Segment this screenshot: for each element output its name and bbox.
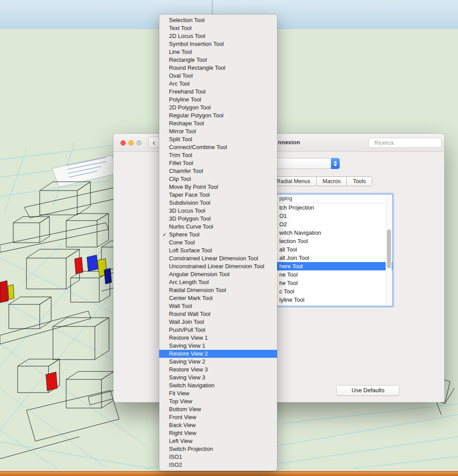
menu-item-label: Move By Point Tool: [169, 183, 277, 191]
menu-item[interactable]: ✓ Fit View: [159, 390, 277, 397]
menu-item-label: Fit View: [169, 390, 277, 397]
search-field[interactable]: [368, 138, 442, 148]
menu-item[interactable]: ✓ Center Mark Tool: [159, 294, 277, 302]
menu-item[interactable]: ✓ Restore View 2: [159, 350, 277, 358]
menu-item-label: Top View: [169, 397, 277, 405]
menu-item[interactable]: ✓ Round Wall Tool: [159, 310, 277, 318]
tool-list-row-label: here Tool: [279, 263, 303, 270]
menu-item-label: Wall Join Tool: [169, 318, 277, 326]
minimize-button[interactable]: [128, 140, 134, 146]
menu-item[interactable]: ✓ Connect/Combine Tool: [159, 143, 277, 151]
menu-item[interactable]: ✓ ISO2: [159, 461, 277, 469]
menu-item[interactable]: ✓ Bottom View: [159, 405, 277, 413]
screen: ‹ nnexion Radial Menus Macros: [0, 0, 458, 476]
tool-list-row-label: all Join Tool: [279, 255, 309, 261]
menu-item[interactable]: ✓ Trim Tool: [159, 151, 277, 159]
menu-item-label: Selection Tool: [169, 16, 277, 24]
window-title: nnexion: [278, 139, 300, 146]
menu-item-label: Sphere Tool: [169, 231, 277, 239]
menu-item-label: Round Rectangle Tool: [169, 64, 277, 72]
menu-item[interactable]: ✓ Front View: [159, 413, 277, 421]
menu-item[interactable]: ✓ Left View: [159, 437, 277, 445]
zoom-button-disabled: [136, 140, 142, 146]
search-input[interactable]: [373, 139, 444, 146]
scrollbar[interactable]: [386, 195, 392, 306]
menu-item-label: Restore View 1: [169, 334, 277, 342]
menu-item[interactable]: ✓ Saving View 2: [159, 358, 277, 366]
tools-popup-menu: ✓ Selection Tool ✓ Text Tool ✓ 2D Locus …: [159, 15, 277, 471]
menu-item[interactable]: ✓ Arc Tool: [159, 80, 277, 88]
menu-item-label: Oval Tool: [169, 72, 277, 80]
menu-item[interactable]: ✓ Line Tool: [159, 48, 277, 56]
menu-item-label: Rectangle Tool: [169, 56, 277, 64]
menu-item[interactable]: ✓ Selection Tool: [159, 16, 277, 24]
menu-item[interactable]: ✓ Chamfer Tool: [159, 167, 277, 175]
menu-item[interactable]: ✓ Mirror Tool: [159, 127, 277, 135]
menu-item-label: Reshape Tool: [169, 120, 277, 127]
menu-item[interactable]: ✓ Sphere Tool: [159, 231, 277, 239]
menu-item[interactable]: ✓ Oval Tool: [159, 72, 277, 80]
menu-item-label: Trim Tool: [169, 151, 277, 159]
menu-item[interactable]: ✓ 2D Locus Tool: [159, 32, 277, 40]
menu-item[interactable]: ✓ Angular Dimension Tool: [159, 270, 277, 278]
menu-item[interactable]: ✓ Wall Tool: [159, 302, 277, 310]
menu-item[interactable]: ✓ Subdivision Tool: [159, 199, 277, 207]
menu-item[interactable]: ✓ Restore View 3: [159, 366, 277, 374]
menu-item-label: Round Wall Tool: [169, 310, 277, 318]
menu-item-label: 3D Polygon Tool: [169, 215, 277, 223]
menu-item[interactable]: ✓ Regular Polygon Tool: [159, 112, 277, 120]
menu-item[interactable]: ✓ Saving View 3: [159, 374, 277, 382]
menu-item-label: 2D Locus Tool: [169, 32, 277, 40]
tab-label: Radial Menus: [277, 178, 310, 184]
menu-item[interactable]: ✓ Raidal Dimension Tool: [159, 286, 277, 294]
tab[interactable]: Macros: [316, 177, 346, 186]
close-button[interactable]: [120, 140, 126, 146]
menu-item[interactable]: ✓ Reshape Tool: [159, 120, 277, 127]
menu-item-label: Text Tool: [169, 24, 277, 32]
menu-item[interactable]: ✓ Back View: [159, 421, 277, 429]
menu-item[interactable]: ✓ 2D Polygon Tool: [159, 104, 277, 112]
bottom-orange-bar: [0, 471, 458, 476]
menu-item[interactable]: ✓ ISO1: [159, 453, 277, 461]
menu-item[interactable]: ✓ Saving View 1: [159, 342, 277, 350]
menu-item[interactable]: ✓ Round Rectangle Tool: [159, 64, 277, 72]
menu-item[interactable]: ✓ Push/Pull Tool: [159, 326, 277, 334]
menu-item[interactable]: ✓ Switch Projection: [159, 445, 277, 453]
menu-item[interactable]: ✓ Symbol Insertion Tool: [159, 40, 277, 48]
menu-item[interactable]: ✓ Restore View 1: [159, 334, 277, 342]
menu-item[interactable]: ✓ Constrained Linear Dimension Tool: [159, 255, 277, 262]
scrollbar-thumb[interactable]: [387, 229, 391, 268]
tab-label: Tools: [353, 178, 366, 184]
menu-item[interactable]: ✓ Move By Point Tool: [159, 183, 277, 191]
menu-item[interactable]: ✓ 3D Locus Tool: [159, 207, 277, 215]
menu-item-label: Raidal Dimension Tool: [169, 286, 277, 294]
menu-item[interactable]: ✓ Cone Tool: [159, 239, 277, 247]
checkmark-icon: ✓: [159, 231, 169, 239]
menu-item[interactable]: ✓ Right View: [159, 429, 277, 437]
menu-item[interactable]: ✓ 3D Polygon Tool: [159, 215, 277, 223]
menu-item[interactable]: ✓ Rectangle Tool: [159, 56, 277, 64]
menu-item[interactable]: ✓ Polyline Tool: [159, 96, 277, 104]
tab[interactable]: Tools: [346, 177, 372, 186]
menu-item[interactable]: ✓ Arc Length Tool: [159, 278, 277, 286]
dropdown-stepper-icon[interactable]: [331, 158, 340, 169]
menu-item[interactable]: ✓ Taper Face Tool: [159, 191, 277, 199]
menu-item[interactable]: ✓ Wall Join Tool: [159, 318, 277, 326]
menu-item-label: Saving View 2: [169, 358, 277, 366]
menu-item[interactable]: ✓ Unconstrained Linear Dimension Tool: [159, 262, 277, 270]
menu-item[interactable]: ✓ Nurbs Curve Tool: [159, 223, 277, 231]
menu-item[interactable]: ✓ Fillet Tool: [159, 159, 277, 167]
menu-item[interactable]: ✓ Text Tool: [159, 24, 277, 32]
menu-item[interactable]: ✓ Clip Tool: [159, 175, 277, 183]
menu-item[interactable]: ✓ Top View: [159, 397, 277, 405]
menu-item-label: Front View: [169, 413, 277, 421]
menu-item[interactable]: ✓ Freehand Tool: [159, 88, 277, 96]
use-defaults-button[interactable]: Use Defaults: [336, 385, 400, 396]
tool-list-row-label: all Tool: [279, 246, 297, 253]
menu-item[interactable]: ✓ Split Tool: [159, 135, 277, 143]
back-button[interactable]: ‹: [148, 137, 160, 148]
menu-item-label: Push/Pull Tool: [169, 326, 277, 334]
menu-item[interactable]: ✓ Switch Navigation: [159, 382, 277, 390]
tab[interactable]: Radial Menus: [270, 177, 316, 186]
menu-item[interactable]: ✓ Loft Surface Tool: [159, 247, 277, 255]
